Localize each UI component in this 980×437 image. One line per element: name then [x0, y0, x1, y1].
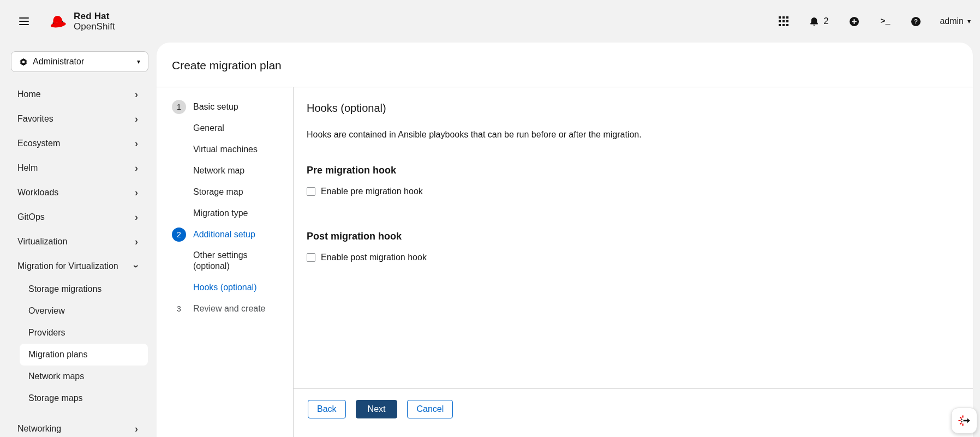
sidebar-item-providers[interactable]: Providers: [20, 322, 148, 344]
notification-count: 2: [823, 16, 828, 26]
step-label: Additional setup: [193, 230, 255, 240]
substep-label: Network map: [193, 165, 244, 176]
redhat-fedora-icon: [47, 14, 69, 29]
sidebar-subitem-label: Overview: [28, 306, 65, 316]
chevron-right-icon: ›: [135, 139, 138, 148]
sidebar-item-virtualization[interactable]: Virtualization ›: [0, 229, 157, 254]
wizard-substep-hooks[interactable]: Hooks (optional): [172, 277, 283, 298]
sidebar-item-label: Migration for Virtualization: [17, 261, 118, 271]
chevron-right-icon: ›: [135, 163, 138, 173]
substep-label: Other settings (optional): [193, 250, 275, 272]
caret-down-icon: ▾: [967, 18, 971, 25]
user-menu[interactable]: admin ▾: [940, 16, 971, 26]
lightspeed-assistant-button[interactable]: [951, 408, 977, 434]
wizard-substep-migration-type[interactable]: Migration type: [172, 202, 283, 224]
sidebar-item-overview[interactable]: Overview: [20, 300, 148, 322]
web-terminal-button[interactable]: >_: [878, 15, 892, 28]
brand-line2: OpenShift: [74, 21, 115, 32]
next-button[interactable]: Next: [356, 400, 398, 418]
wizard-content: Hooks (optional) Hooks are contained in …: [294, 87, 973, 388]
caret-down-icon: ▾: [137, 58, 140, 65]
svg-text:?: ?: [914, 18, 918, 25]
enable-post-migration-hook-checkbox[interactable]: [307, 253, 315, 262]
notifications-button[interactable]: 2: [807, 14, 830, 29]
wizard-step-additional-setup[interactable]: 2 Additional setup: [172, 224, 283, 245]
substep-label: Storage map: [193, 187, 243, 197]
username: admin: [940, 16, 964, 26]
brand-line1: Red Hat: [74, 11, 115, 21]
sidebar-item-label: GitOps: [17, 212, 45, 222]
masthead-toolbar: 2 >_ ? admin ▾: [776, 14, 971, 29]
step-number: 1: [172, 100, 186, 114]
wizard-substep-other-settings[interactable]: Other settings (optional): [172, 245, 283, 277]
checkbox-label: Enable pre migration hook: [321, 187, 423, 196]
plus-circle-icon: [849, 16, 859, 27]
substep-label: Hooks (optional): [193, 282, 257, 293]
wizard-nav: 1 Basic setup General Virtual machines N…: [157, 87, 294, 437]
help-button[interactable]: ?: [909, 14, 923, 29]
content-description: Hooks are contained in Ansible playbooks…: [307, 129, 951, 140]
sidebar-item-label: Virtualization: [17, 237, 67, 247]
sidebar-subitem-label: Providers: [28, 328, 65, 338]
perspective-label: Administrator: [33, 57, 84, 67]
sidebar-item-home[interactable]: Home ›: [0, 82, 157, 106]
chevron-right-icon: ›: [135, 114, 138, 124]
chevron-down-icon: ›: [132, 265, 141, 268]
checkbox-label: Enable post migration hook: [321, 253, 427, 262]
perspective-switcher[interactable]: Administrator ▾: [11, 51, 148, 72]
terminal-icon: >_: [880, 17, 890, 26]
gear-icon: [19, 57, 28, 66]
sidebar-subgroup: Storage migrations Overview Providers Mi…: [0, 278, 157, 409]
question-circle-icon: ?: [911, 16, 921, 27]
sidebar-subitem-label: Network maps: [28, 372, 84, 381]
sidebar-item-gitops[interactable]: GitOps ›: [0, 205, 157, 229]
wizard-step-basic-setup[interactable]: 1 Basic setup: [172, 96, 283, 117]
sidebar-item-label: Networking: [17, 424, 61, 434]
chevron-right-icon: ›: [135, 237, 138, 247]
sidebar-item-storage-migrations[interactable]: Storage migrations: [20, 278, 148, 300]
main-content: Create migration plan 1 Basic setup Gene…: [157, 43, 973, 437]
sidebar-item-storage-maps[interactable]: Storage maps: [20, 387, 148, 409]
wizard-substep-network-map[interactable]: Network map: [172, 160, 283, 181]
bell-icon: [809, 16, 819, 27]
wizard-substep-general[interactable]: General: [172, 117, 283, 139]
step-number: 2: [172, 228, 186, 242]
sidebar-subitem-label: Migration plans: [28, 350, 88, 360]
chevron-right-icon: ›: [135, 188, 138, 197]
back-button[interactable]: Back: [308, 400, 346, 418]
nav-toggle-button[interactable]: [13, 10, 35, 32]
sidebar-item-label: Helm: [17, 163, 38, 173]
brand-logo: Red Hat OpenShift: [47, 11, 115, 32]
enable-pre-migration-hook-checkbox[interactable]: [307, 187, 315, 196]
substep-label: Virtual machines: [193, 144, 258, 155]
sidebar-item-favorites[interactable]: Favorites ›: [0, 106, 157, 131]
sidebar-item-migration-for-virtualization[interactable]: Migration for Virtualization ›: [0, 254, 157, 278]
sidebar-item-networking[interactable]: Networking ›: [0, 416, 157, 437]
chevron-right-icon: ›: [135, 424, 138, 434]
sidebar-item-ecosystem[interactable]: Ecosystem ›: [0, 131, 157, 155]
spark-arrow-icon: [957, 413, 972, 428]
wizard-substep-virtual-machines[interactable]: Virtual machines: [172, 139, 283, 160]
step-label: Basic setup: [193, 102, 238, 112]
enable-pre-migration-hook-row: Enable pre migration hook: [307, 187, 951, 196]
page-title: Create migration plan: [157, 43, 973, 87]
wizard-step-review-and-create[interactable]: 3 Review and create: [172, 298, 283, 319]
step-number: 3: [172, 302, 186, 316]
sidebar-item-helm[interactable]: Helm ›: [0, 155, 157, 180]
app-launcher-button[interactable]: [776, 14, 791, 28]
sidebar-item-label: Favorites: [17, 114, 53, 124]
sidebar-item-migration-plans[interactable]: Migration plans: [20, 344, 148, 366]
quick-create-button[interactable]: [847, 14, 862, 29]
sidebar-item-label: Workloads: [17, 188, 58, 197]
pre-migration-hook-title: Pre migration hook: [307, 164, 951, 176]
post-migration-hook-title: Post migration hook: [307, 230, 951, 242]
wizard-footer: Back Next Cancel: [294, 388, 973, 437]
chevron-right-icon: ›: [135, 89, 138, 99]
cancel-button[interactable]: Cancel: [407, 400, 453, 418]
sidebar-item-workloads[interactable]: Workloads ›: [0, 180, 157, 205]
sidebar-item-network-maps[interactable]: Network maps: [20, 366, 148, 387]
sidebar-subitem-label: Storage maps: [28, 393, 83, 403]
sidebar-item-label: Ecosystem: [17, 139, 60, 148]
wizard-substep-storage-map[interactable]: Storage map: [172, 181, 283, 202]
content-heading: Hooks (optional): [307, 101, 951, 115]
